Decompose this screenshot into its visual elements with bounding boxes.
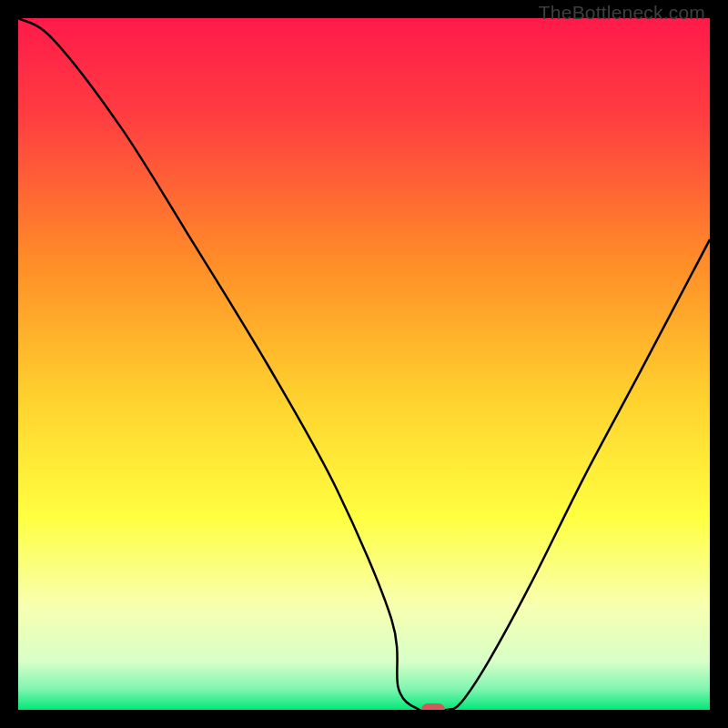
- optimal-marker: [421, 703, 445, 710]
- plot-area: [18, 18, 710, 710]
- bottleneck-curve: [18, 18, 710, 710]
- chart-container: TheBottleneck.com: [0, 0, 728, 728]
- watermark-text: TheBottleneck.com: [539, 2, 705, 24]
